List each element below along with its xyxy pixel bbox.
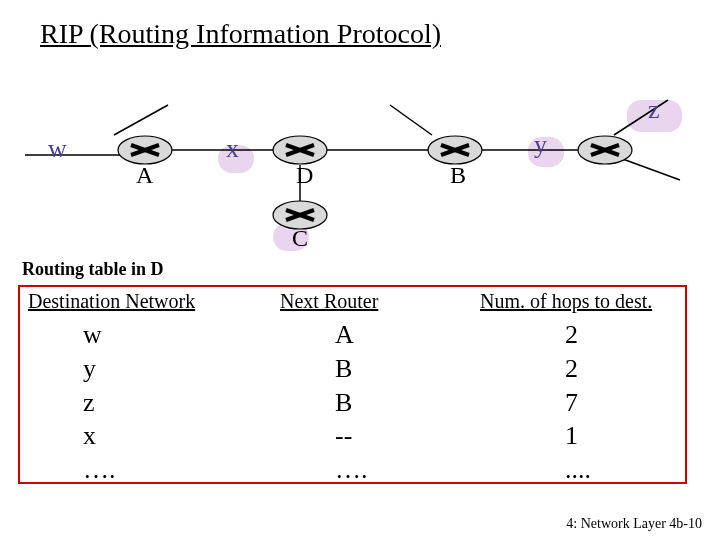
table-row: A (335, 318, 378, 352)
svg-line-6 (114, 105, 168, 135)
table-row: z (83, 386, 195, 420)
table-row: -- (335, 419, 378, 453)
table-row: 7 (565, 386, 652, 420)
router-label-d: D (296, 162, 313, 189)
col-destination: Destination Network w y z x …. (28, 288, 195, 487)
col-hops: Num. of hops to dest. 2 2 7 1 .... (480, 288, 652, 487)
table-row: 2 (565, 352, 652, 386)
svg-line-11 (614, 100, 668, 135)
table-row: B (335, 386, 378, 420)
col-destination-header: Destination Network (28, 288, 195, 314)
net-label-y: y (534, 130, 547, 160)
topology-svg (0, 0, 720, 260)
slide: RIP (Routing Information Protocol) (0, 0, 720, 540)
net-label-w: w (48, 134, 67, 164)
net-label-x: x (226, 134, 239, 164)
router-label-c: C (292, 225, 308, 252)
table-row: x (83, 419, 195, 453)
svg-line-12 (620, 158, 680, 180)
svg-line-10 (390, 105, 432, 135)
table-row: y (83, 352, 195, 386)
router-label-a: A (136, 162, 153, 189)
col-hops-header: Num. of hops to dest. (480, 288, 652, 314)
table-caption: Routing table in D (22, 259, 164, 280)
col-next-header: Next Router (280, 288, 378, 314)
table-row: 2 (565, 318, 652, 352)
table-row: …. (83, 453, 195, 487)
table-row: w (83, 318, 195, 352)
table-row: 1 (565, 419, 652, 453)
slide-footer: 4: Network Layer 4b-10 (566, 516, 702, 532)
net-label-z: z (648, 95, 660, 125)
router-label-b: B (450, 162, 466, 189)
table-row: …. (335, 453, 378, 487)
col-next-router: Next Router A B B -- …. (280, 288, 378, 487)
table-row: .... (565, 453, 652, 487)
table-row: B (335, 352, 378, 386)
